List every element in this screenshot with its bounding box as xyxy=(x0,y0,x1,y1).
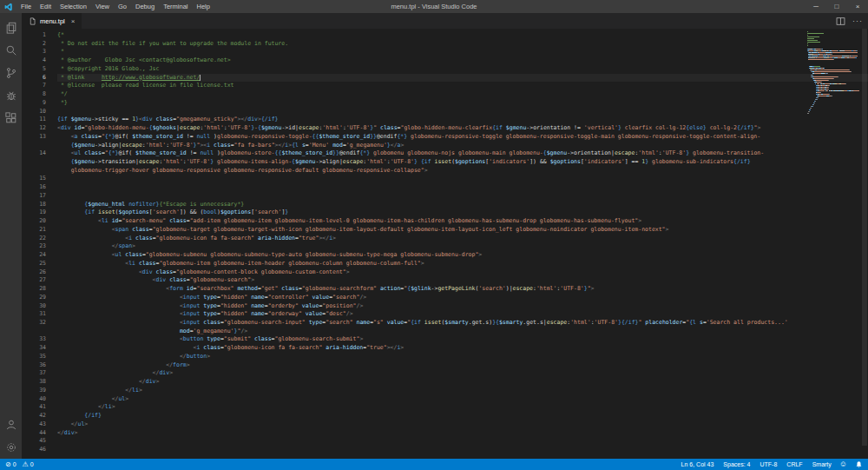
debug-button[interactable] xyxy=(0,84,22,107)
code-line[interactable]: <input type="hidden" name="controller" v… xyxy=(57,294,868,302)
code-line[interactable]: {$gmenu->align|escape:'html':'UTF-8'}"><… xyxy=(57,142,868,150)
menu-help[interactable]: Help xyxy=(192,3,214,10)
debug-icon xyxy=(5,89,17,102)
split-editor-icon[interactable] xyxy=(836,17,845,26)
code-line[interactable]: </ul> xyxy=(57,395,868,404)
line-number: 23 xyxy=(22,242,57,251)
code-line[interactable]: {/if} xyxy=(57,412,868,420)
explorer-button[interactable] xyxy=(0,17,22,39)
code-line[interactable]: *} xyxy=(57,99,868,108)
warnings-count-value: 0 xyxy=(30,461,34,467)
code-line[interactable]: <input type="hidden" name="orderby" valu… xyxy=(57,302,868,311)
feedback-button[interactable]: ☺ xyxy=(839,460,847,468)
code-line[interactable]: mod='g_megamenu'}"/> xyxy=(57,328,868,336)
code-line[interactable]: {* xyxy=(57,31,868,40)
line-number: 33 xyxy=(22,335,57,344)
code-line[interactable] xyxy=(57,192,868,201)
minimap[interactable] xyxy=(807,29,861,459)
code-line[interactable] xyxy=(57,183,868,192)
close-button[interactable]: × xyxy=(847,0,868,13)
code-line[interactable]: </div> xyxy=(57,369,868,378)
minimize-button[interactable]: ─ xyxy=(806,0,826,13)
menu-file[interactable]: File xyxy=(16,3,36,10)
maximize-button[interactable]: □ xyxy=(826,0,847,13)
errors-count-value: 0 xyxy=(13,461,16,467)
code-line[interactable]: <input class="globomenu-search-input" ty… xyxy=(57,319,868,328)
code-line[interactable]: <ul class="{*}@if( $theme_store_id != nu… xyxy=(57,149,868,158)
notifications-button[interactable] xyxy=(855,460,863,469)
code-line[interactable]: <div class="globomenu-content-block glob… xyxy=(57,268,868,277)
code-line[interactable]: </ul> xyxy=(57,420,868,429)
settings-button[interactable] xyxy=(0,436,22,459)
errors-count[interactable]: ⊘0 xyxy=(5,461,16,468)
scrollbar-slider[interactable] xyxy=(862,29,867,446)
code-line[interactable] xyxy=(57,437,868,446)
code-line[interactable]: {if isset($goptions['search']) && (bool)… xyxy=(57,209,868,217)
search-button[interactable] xyxy=(0,39,22,62)
code-line[interactable]: {if $gmenu->sticky == 1}<div class="gmeg… xyxy=(57,116,868,124)
code-line[interactable]: * @copyright 2016 Globo., Jsc xyxy=(57,65,868,74)
menu-edit[interactable]: Edit xyxy=(36,3,56,10)
code-line[interactable]: * xyxy=(57,48,868,56)
tab-menu-tpl[interactable]: menu.tpl × xyxy=(22,13,82,29)
code-line[interactable]: <li id="search-menu" class="add-item glo… xyxy=(57,217,868,226)
code-line[interactable]: * @link http://www.globosoftware.net/ xyxy=(57,74,868,83)
code-line[interactable]: <span class="globomenu-target globomenu-… xyxy=(57,226,868,235)
extensions-button[interactable] xyxy=(0,107,22,129)
code-line[interactable]: <li class="globomenu-item globomenu-item… xyxy=(57,260,868,268)
code-line[interactable]: </div> xyxy=(57,429,868,438)
menu-selection[interactable]: Selection xyxy=(56,3,91,10)
code-line[interactable]: <i class="globomenu-icon fa fa-search" a… xyxy=(57,235,868,243)
code-line[interactable]: * @author Globo Jsc <contact@globosoftwa… xyxy=(57,56,868,65)
code-line[interactable]: * @license please read license in file l… xyxy=(57,82,868,90)
language-mode[interactable]: Smarty xyxy=(812,461,832,467)
code-line[interactable]: <input type="hidden" name="orderway" val… xyxy=(57,310,868,319)
menu-bar: FileEditSelectionViewGoDebugTerminalHelp xyxy=(16,3,214,10)
more-actions-icon[interactable]: ··· xyxy=(852,18,863,23)
code-line[interactable]: <ul class="globomenu-submenu globomenu-s… xyxy=(57,251,868,260)
code-line[interactable]: </li> xyxy=(57,403,868,412)
vertical-scrollbar[interactable] xyxy=(861,29,868,459)
code-line[interactable]: <div id="globo-hidden-menu-{$ghooks|esca… xyxy=(57,124,868,133)
source-control-button[interactable] xyxy=(0,62,22,84)
account-button[interactable] xyxy=(0,414,22,436)
code-line[interactable]: globomenu-trigger-hover globomenu-respon… xyxy=(57,167,868,175)
menu-debug[interactable]: Debug xyxy=(131,3,159,10)
eol-sequence[interactable]: CRLF xyxy=(786,461,802,467)
encoding[interactable]: UTF-8 xyxy=(760,461,778,467)
vscode-logo-icon xyxy=(4,3,13,11)
line-number: 12 xyxy=(22,124,57,133)
code-line[interactable]: </form> xyxy=(57,361,868,370)
line-number: 36 xyxy=(22,361,57,370)
code-area[interactable]: {* * Do not edit the file if you want to… xyxy=(57,29,868,459)
tab-close-icon[interactable]: × xyxy=(71,17,76,25)
code-line[interactable]: <div class="globomenu-search"> xyxy=(57,276,868,285)
code-line[interactable]: <a class="{*}@if( $theme_store_id != nul… xyxy=(57,133,868,142)
line-number: 15 xyxy=(22,175,57,183)
code-line[interactable]: * Do not edit the file if you want to up… xyxy=(57,40,868,49)
line-number: 11 xyxy=(22,116,57,124)
code-line[interactable]: {$gmenu_html nofilter}{*Escape is unnece… xyxy=(57,201,868,209)
code-line[interactable]: </button> xyxy=(57,353,868,361)
code-line[interactable]: <form id="searchbox" method="get" class=… xyxy=(57,285,868,294)
cursor-position[interactable]: Ln 6, Col 43 xyxy=(681,461,714,467)
line-number-gutter: 1234567891011121314151617181920212223242… xyxy=(22,29,57,459)
code-line[interactable]: </span> xyxy=(57,242,868,251)
menu-go[interactable]: Go xyxy=(114,3,131,10)
code-line[interactable] xyxy=(57,175,868,183)
code-line[interactable] xyxy=(57,446,868,454)
warnings-count[interactable]: ⚠0 xyxy=(23,461,34,468)
indentation[interactable]: Spaces: 4 xyxy=(723,461,750,467)
code-line[interactable] xyxy=(57,108,868,116)
code-line[interactable]: <button type="submit" class="globomenu-s… xyxy=(57,335,868,344)
code-line[interactable]: </div> xyxy=(57,378,868,387)
line-number: 7 xyxy=(22,82,57,90)
code-line[interactable]: */ xyxy=(57,90,868,99)
line-number: 45 xyxy=(22,437,57,446)
menu-view[interactable]: View xyxy=(91,3,114,10)
menu-terminal[interactable]: Terminal xyxy=(159,3,192,10)
code-line[interactable]: <i class="globomenu-icon fa fa-search" a… xyxy=(57,344,868,353)
code-line[interactable]: {$gmenu->transition|escape:'html':'UTF-8… xyxy=(57,158,868,167)
code-line[interactable]: </li> xyxy=(57,387,868,395)
line-number: 17 xyxy=(22,192,57,201)
